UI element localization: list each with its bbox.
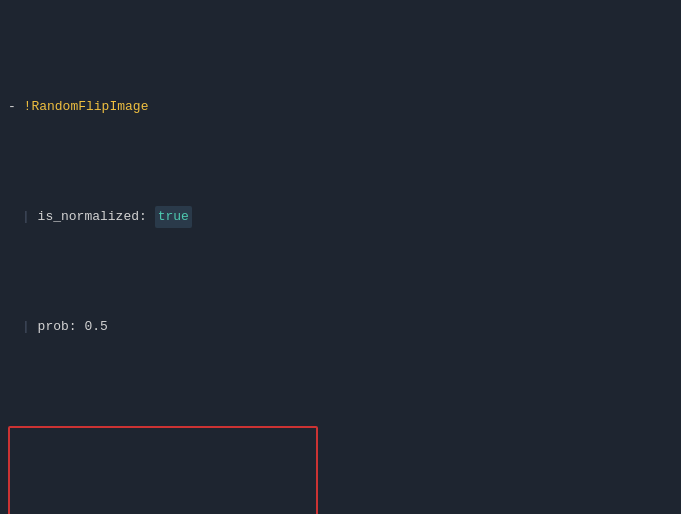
tag-1: !RandomFlipImage bbox=[24, 96, 149, 118]
dash-1: - bbox=[8, 96, 24, 118]
line-2: | is_normalized: true bbox=[0, 206, 681, 228]
line-1: - !RandomFlipImage bbox=[0, 96, 681, 118]
value-2: true bbox=[155, 206, 192, 228]
key-3: prob bbox=[38, 316, 69, 338]
pipe-3: | bbox=[22, 316, 38, 338]
key-2: is_normalized bbox=[38, 206, 139, 228]
pipe-2: | bbox=[22, 206, 38, 228]
code-editor: - !RandomFlipImage | is_normalized: true… bbox=[0, 0, 681, 514]
highlight-block: - !NormalizeImage | mean: [0.485, 0.456,… bbox=[0, 426, 681, 514]
value-3: 0.5 bbox=[84, 316, 107, 338]
line-3: | prob: 0.5 bbox=[0, 316, 681, 338]
